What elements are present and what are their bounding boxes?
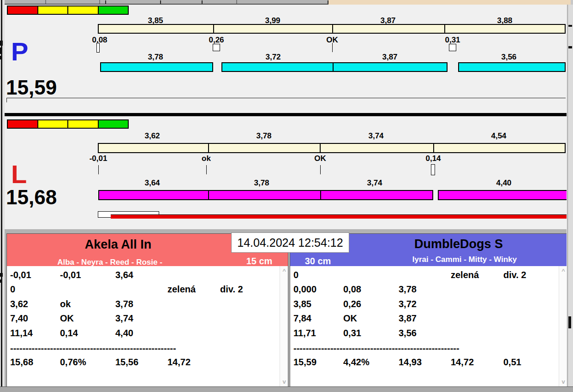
runner-label-p: P	[11, 39, 28, 65]
border-artifact	[0, 279, 2, 283]
fault-marker-thin-box	[96, 43, 100, 53]
app-window: P 3,85 3,99 3,87 3,88 0,08 0,26 OK 0,31 …	[0, 0, 573, 392]
result-cell: 0	[10, 284, 15, 295]
result-cell: div. 2	[220, 284, 243, 295]
window-bottom-border	[0, 386, 573, 392]
total-cell: 14,72	[451, 357, 474, 368]
titlebar-divider	[45, 0, 46, 4]
result-cell: 3,64	[115, 270, 133, 280]
l-plan-split-label: 3,74	[368, 131, 383, 141]
timestamp-display: 14.04.2024 12:54:12	[231, 232, 349, 253]
bar-segment-divider	[208, 190, 209, 200]
fault-marker-checkbox	[449, 44, 456, 51]
team-left-results-list[interactable]	[7, 266, 288, 386]
background-titlebar-strip[interactable]	[0, 0, 328, 5]
p-actual-split-label: 3,87	[382, 53, 397, 62]
team-panel-left: Akela All In Alba - Neyra - Reed - Rosie…	[6, 233, 288, 386]
team-left-title: Akela All In	[85, 238, 152, 252]
p-fault-label: 0,31	[445, 36, 460, 45]
border-artifact	[568, 25, 572, 27]
result-cell: 3,56	[399, 328, 417, 339]
titlebar-divider	[236, 0, 237, 4]
separator-line	[6, 98, 566, 98]
fault-marker-thin-box	[431, 164, 435, 175]
fault-marker-checkbox	[213, 44, 220, 51]
runner-label-l: L	[11, 161, 27, 187]
traffic-light-yellow-1	[37, 119, 69, 129]
total-time-l: 15,68	[6, 187, 57, 208]
team-right-dogs: Iyrai - Cammi - Mitty - Winky	[412, 255, 517, 264]
fault-marker-tick	[206, 165, 207, 174]
scrollbar-right-panel[interactable]: ^ v	[559, 266, 567, 386]
border-artifact	[0, 41, 3, 46]
background-window-strip[interactable]	[328, 0, 571, 5]
titlebar-tick	[202, 0, 203, 4]
l-fault-label: ok	[202, 154, 211, 163]
total-cell: 14,72	[167, 357, 191, 368]
bar-segment-divider	[333, 63, 334, 71]
p-actual-bar-segment	[100, 62, 213, 72]
result-cell: zelená	[167, 284, 196, 295]
result-cell: 3,62	[10, 299, 28, 309]
team-right-size-class: 30 cm	[305, 256, 331, 267]
bar-segment-divider	[433, 143, 434, 153]
traffic-light-yellow-2	[67, 6, 99, 15]
traffic-light-green	[98, 6, 129, 15]
result-separator: ----------------------------------------…	[293, 343, 460, 354]
result-cell: 0,26	[343, 299, 361, 309]
result-cell: 0	[293, 270, 298, 280]
scroll-down-icon[interactable]: v	[280, 379, 288, 385]
bar-segment-divider	[332, 24, 333, 33]
result-cell: 0,14	[60, 328, 78, 339]
border-artifact	[0, 48, 2, 54]
result-cell: zelená	[451, 270, 479, 280]
total-cell: 15,59	[293, 357, 316, 368]
bar-segment-divider	[213, 24, 214, 33]
bar-segment-divider	[320, 190, 321, 200]
result-cell: 0,000	[293, 284, 316, 295]
total-cell: 4,42%	[343, 357, 370, 368]
team-left-size-class: 15 cm	[246, 256, 273, 267]
result-cell: 4,40	[115, 328, 133, 339]
l-actual-split-label: 3,64	[144, 178, 160, 188]
result-cell: 3,78	[399, 284, 417, 295]
result-cell: 11,14	[10, 328, 33, 339]
traffic-light-yellow-2	[67, 119, 99, 129]
team-left-dogs: Alba - Neyra - Reed - Rosie -	[57, 258, 162, 267]
bar-segment-divider	[320, 143, 321, 153]
p-plan-bar	[98, 24, 566, 34]
fault-marker-tick	[320, 165, 321, 174]
titlebar-tick	[160, 0, 161, 4]
l-actual-split-label: 3,74	[367, 178, 382, 188]
result-cell: OK	[343, 313, 357, 324]
traffic-light-yellow-1	[37, 6, 69, 15]
titlebar-divider	[99, 0, 100, 4]
result-cell: ok	[60, 299, 71, 309]
l-plan-split-label: 4,54	[491, 131, 506, 141]
scrollbar-left-panel[interactable]: ^ v	[280, 266, 288, 386]
p-actual-bar-segment	[221, 62, 448, 72]
scroll-up-icon[interactable]: ^	[280, 268, 288, 274]
result-cell: -0,01	[10, 270, 31, 280]
result-cell: 0,31	[343, 328, 361, 339]
result-cell: 3,78	[115, 299, 133, 309]
section-divider-bar	[4, 113, 567, 116]
result-cell: 3,85	[293, 299, 311, 309]
traffic-light-green	[98, 119, 129, 129]
p-fault-label: 0,26	[209, 36, 224, 45]
l-fault-label: -0,01	[90, 154, 107, 163]
border-artifact	[568, 46, 572, 48]
total-cell: 14,93	[399, 357, 422, 368]
border-artifact	[568, 316, 571, 328]
titlebar-corner	[571, 0, 573, 5]
team-right-results-list[interactable]	[290, 266, 567, 386]
l-fault-label: 0,14	[425, 154, 441, 163]
p-actual-split-label: 3,78	[148, 53, 163, 62]
team-panel-right: DumbleDogs S 30 cm Iyrai - Cammi - Mitty…	[290, 233, 567, 386]
l-plan-split-label: 3,62	[144, 131, 160, 141]
l-actual-bar-segment	[438, 190, 570, 200]
border-artifact	[0, 273, 3, 277]
total-time-p: 15,59	[6, 77, 57, 98]
separator-tick	[6, 98, 7, 102]
traffic-light-red	[7, 6, 38, 15]
